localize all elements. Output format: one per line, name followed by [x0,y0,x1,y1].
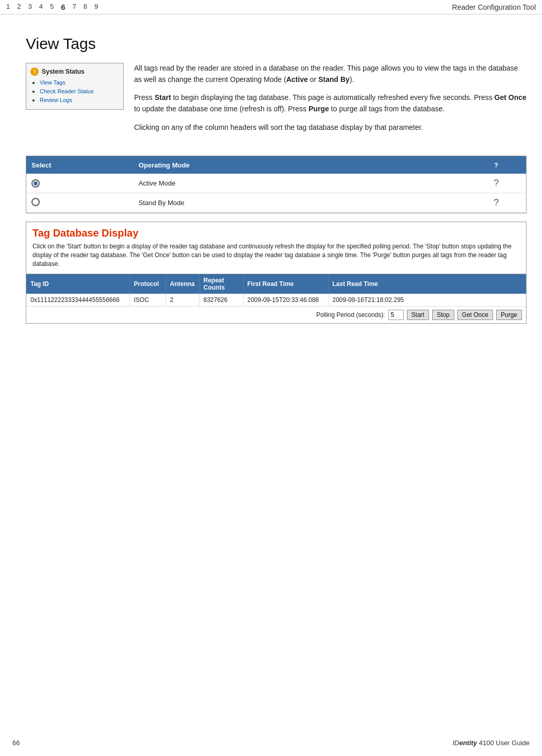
tag-table: Tag ID Protocol Antenna RepeatCounts Fir… [26,274,526,307]
col-header-tag-id[interactable]: Tag ID [26,274,129,294]
last-read-value: 2009-09-16T21:18:02.295 [328,294,526,307]
get-once-button[interactable]: Get Once [457,310,493,320]
nav-page-5[interactable]: 5 [50,3,54,11]
nav-page-7[interactable]: 7 [73,3,76,11]
operating-mode-section: Select Operating Mode ? Active Mode ? [26,156,527,213]
nav-page-8[interactable]: 8 [84,3,87,11]
tag-database-section: Tag Database Display Click on the 'Start… [26,222,527,323]
col-header-first-read[interactable]: First Read Time [243,274,328,294]
footer-brand: IDentity 4100 User Guide [452,739,530,747]
bold-get-once: Get Once [495,93,527,102]
tag-id-value: 0x111122223333444455556666 [26,294,129,307]
sidebar-links: View Tags Check Reader Status Review Log… [30,79,119,104]
sidebar-link-view-tags[interactable]: View Tags [40,79,65,86]
sidebar-header: ! System Status [30,68,119,76]
col-header-mode: Operating Mode [134,156,467,174]
help-standby[interactable]: ? [467,193,526,213]
nav-page-4[interactable]: 4 [39,3,43,11]
bold-active: Active [286,75,308,83]
col-header-help: ? [467,156,526,174]
col-header-repeat-counts[interactable]: RepeatCounts [199,274,243,294]
footer: 66 IDentity 4100 User Guide [0,739,542,747]
first-read-value: 2009-09-15T20:33:46.088 [243,294,328,307]
col-header-select: Select [26,156,134,174]
content-with-sidebar: ! System Status View Tags Check Reader S… [26,63,527,140]
tag-db-title: Tag Database Display [26,222,526,242]
table-row: 0x111122223333444455556666 ISOC 2 832762… [26,294,526,307]
app-title: Reader Configuration Tool [452,3,536,11]
mode-standby-label: Stand By Mode [134,193,467,213]
repeat-counts-value: 8327626 [199,294,243,307]
description-area: All tags read by the reader are stored i… [134,63,527,140]
main-content: View Tags ! System Status View Tags Chec… [0,14,542,339]
nav-page-3[interactable]: 3 [28,3,31,11]
description-p2: Press Start to begin displaying the tag … [134,92,527,114]
radio-button-active[interactable] [31,179,40,188]
col-header-antenna[interactable]: Antenna [166,274,199,294]
help-active[interactable]: ? [467,174,526,193]
sidebar: ! System Status View Tags Check Reader S… [26,63,124,110]
radio-standby[interactable] [26,193,134,213]
polling-period-input[interactable] [388,310,404,320]
polling-label: Polling Period (seconds): [316,311,385,318]
tag-db-description: Click on the 'Start' button to begin a d… [26,242,526,274]
bold-standby: Stand By [318,75,350,83]
radio-active[interactable] [26,174,134,193]
antenna-value: 2 [166,294,199,307]
info-icon: ! [30,68,39,76]
nav-page-2[interactable]: 2 [17,3,21,11]
sidebar-title: System Status [42,68,85,75]
radio-button-standby[interactable] [31,198,40,206]
sidebar-link-check-status[interactable]: Check Reader Status [40,88,94,94]
operating-mode-table: Select Operating Mode ? Active Mode ? [26,156,526,213]
table-row: Stand By Mode ? [26,193,526,213]
nav-page-6-current[interactable]: 6 [61,3,65,11]
description-p3: Clicking on any of the column headers wi… [134,122,527,133]
start-button[interactable]: Start [407,310,429,320]
col-header-last-read[interactable]: Last Read Time [328,274,526,294]
col-header-protocol[interactable]: Protocol [129,274,166,294]
protocol-value: ISOC [129,294,166,307]
polling-controls: Polling Period (seconds): Start Stop Get… [26,307,526,323]
page-title: View Tags [26,35,527,53]
header: 1 2 3 4 5 6 7 8 9 Reader Configuration T… [0,0,542,14]
bold-start: Start [155,93,171,102]
footer-page-number: 66 [12,739,20,747]
bold-purge: Purge [308,105,329,113]
page-navigation: 1 2 3 4 5 6 7 8 9 [6,3,98,11]
stop-button[interactable]: Stop [432,310,454,320]
mode-active-label: Active Mode [134,174,467,193]
table-row: Active Mode ? [26,174,526,193]
nav-page-9[interactable]: 9 [94,3,98,11]
purge-button[interactable]: Purge [496,310,522,320]
nav-page-1[interactable]: 1 [6,3,10,11]
sidebar-link-review-logs[interactable]: Review Logs [40,97,72,103]
description-p1: All tags read by the reader are stored i… [134,63,527,85]
help-icon[interactable]: ? [490,159,502,171]
